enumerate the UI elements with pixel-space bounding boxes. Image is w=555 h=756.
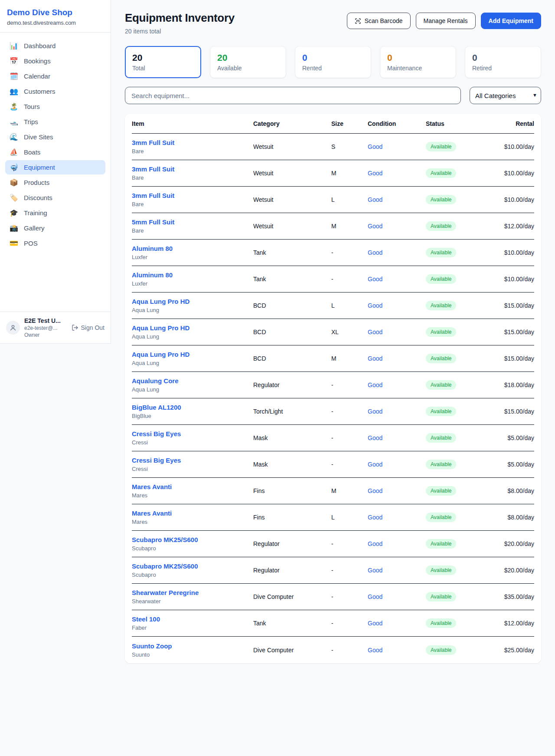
sidebar-item-label: Training <box>24 209 47 217</box>
sidebar-item-products[interactable]: 📦 Products <box>5 175 105 190</box>
item-name-link[interactable]: Mares Avanti <box>132 509 253 517</box>
item-condition-link[interactable]: Good <box>368 223 426 230</box>
sidebar-item-dive-sites[interactable]: 🌊 Dive Sites <box>5 130 105 144</box>
item-name-link[interactable]: Aqua Lung Pro HD <box>132 324 253 332</box>
status-badge: Available <box>426 248 456 257</box>
item-category: Fins <box>253 514 331 521</box>
sign-out-icon <box>72 324 78 331</box>
sign-out-label: Sign Out <box>81 324 104 331</box>
sidebar-item-calendar[interactable]: 🗓️ Calendar <box>5 69 105 83</box>
item-condition-link[interactable]: Good <box>368 593 426 600</box>
stats-row: 20 Total 20 Available 0 Rented 0 Mainten… <box>125 46 541 78</box>
item-condition-link[interactable]: Good <box>368 514 426 521</box>
item-size: L <box>331 196 368 203</box>
item-name-link[interactable]: 3mm Full Suit <box>132 192 253 199</box>
item-size: - <box>331 381 368 388</box>
shop-name[interactable]: Demo Dive Shop <box>7 8 104 17</box>
item-name-link[interactable]: Aluminum 80 <box>132 271 253 279</box>
add-equipment-button[interactable]: Add Equipment <box>481 13 541 29</box>
col-header-status: Status <box>426 120 500 127</box>
table-row: Scubapro MK25/S600 Scubapro Regulator - … <box>132 557 534 584</box>
item-condition-link[interactable]: Good <box>368 567 426 574</box>
category-select[interactable]: All Categories <box>470 87 541 104</box>
sidebar-item-label: Boats <box>24 148 40 156</box>
sidebar-item-training[interactable]: 🎓 Training <box>5 206 105 220</box>
item-brand: Bare <box>132 201 253 207</box>
status-badge: Available <box>426 327 456 337</box>
item-name-link[interactable]: BigBlue AL1200 <box>132 404 253 411</box>
item-condition-link[interactable]: Good <box>368 355 426 362</box>
item-condition-link[interactable]: Good <box>368 302 426 309</box>
item-size: - <box>331 461 368 468</box>
item-condition-link[interactable]: Good <box>368 487 426 494</box>
item-condition-link[interactable]: Good <box>368 143 426 150</box>
status-badge: Available <box>426 142 456 151</box>
item-name-link[interactable]: Suunto Zoop <box>132 642 253 650</box>
item-category: Regulator <box>253 540 331 547</box>
sidebar-item-gallery[interactable]: 📸 Gallery <box>5 221 105 235</box>
stat-value: 0 <box>387 53 449 63</box>
sidebar-item-label: Discounts <box>24 194 52 201</box>
item-name-link[interactable]: Scubapro MK25/S600 <box>132 562 253 570</box>
table-row: Cressi Big Eyes Cressi Mask - Good Avail… <box>132 451 534 478</box>
sidebar-item-dashboard[interactable]: 📊 Dashboard <box>5 39 105 53</box>
item-condition-link[interactable]: Good <box>368 249 426 256</box>
item-name-link[interactable]: Cressi Big Eyes <box>132 430 253 437</box>
table-row: Shearwater Peregrine Shearwater Dive Com… <box>132 584 534 610</box>
sidebar-item-trips[interactable]: 🛥️ Trips <box>5 115 105 129</box>
stat-label: Available <box>217 65 279 72</box>
stat-card-available[interactable]: 20 Available <box>210 46 286 78</box>
sidebar-item-tours[interactable]: 🏝️ Tours <box>5 99 105 114</box>
item-size: - <box>331 408 368 415</box>
item-condition-link[interactable]: Good <box>368 434 426 441</box>
sidebar-item-discounts[interactable]: 🏷️ Discounts <box>5 191 105 205</box>
item-condition-link[interactable]: Good <box>368 620 426 627</box>
status-badge: Available <box>426 486 456 496</box>
item-category: Regulator <box>253 567 331 574</box>
item-name-link[interactable]: Aqua Lung Pro HD <box>132 351 253 358</box>
stat-card-rented[interactable]: 0 Rented <box>295 46 371 78</box>
sidebar-item-customers[interactable]: 👥 Customers <box>5 84 105 99</box>
sidebar-item-label: Products <box>24 179 49 186</box>
item-name-link[interactable]: Aqua Lung Pro HD <box>132 298 253 305</box>
item-name-link[interactable]: Scubapro MK25/S600 <box>132 536 253 543</box>
scan-barcode-button[interactable]: Scan Barcode <box>347 13 411 29</box>
item-condition-link[interactable]: Good <box>368 408 426 415</box>
search-input[interactable] <box>125 87 461 104</box>
item-name-link[interactable]: Shearwater Peregrine <box>132 589 253 596</box>
item-name-link[interactable]: Aqualung Core <box>132 377 253 385</box>
item-name-link[interactable]: 5mm Full Suit <box>132 218 253 226</box>
stat-card-retired[interactable]: 0 Retired <box>465 46 541 78</box>
manage-rentals-button[interactable]: Manage Rentals <box>416 13 476 29</box>
item-condition-link[interactable]: Good <box>368 196 426 203</box>
item-condition-link[interactable]: Good <box>368 461 426 468</box>
sign-out-button[interactable]: Sign Out <box>72 324 104 331</box>
item-condition-link[interactable]: Good <box>368 170 426 177</box>
stat-card-maintenance[interactable]: 0 Maintenance <box>380 46 456 78</box>
item-brand: Cressi <box>132 439 253 446</box>
item-name-link[interactable]: 3mm Full Suit <box>132 139 253 146</box>
sidebar-item-label: Calendar <box>24 72 50 80</box>
item-name-link[interactable]: 3mm Full Suit <box>132 165 253 173</box>
col-header-category: Category <box>253 120 331 127</box>
stat-card-total[interactable]: 20 Total <box>125 46 201 78</box>
sidebar-item-label: Dive Sites <box>24 133 53 141</box>
item-condition-link[interactable]: Good <box>368 647 426 654</box>
equipment-table: ItemCategorySizeConditionStatusRental 3m… <box>125 114 541 663</box>
item-name-link[interactable]: Cressi Big Eyes <box>132 457 253 464</box>
item-name-link[interactable]: Mares Avanti <box>132 483 253 490</box>
sidebar-item-boats[interactable]: ⛵ Boats <box>5 145 105 159</box>
item-condition-link[interactable]: Good <box>368 540 426 547</box>
item-condition-link[interactable]: Good <box>368 329 426 335</box>
status-badge: Available <box>426 460 456 469</box>
header-actions: Scan Barcode Manage Rentals Add Equipmen… <box>347 13 541 29</box>
sidebar-item-bookings[interactable]: 📅 Bookings <box>5 54 105 68</box>
sidebar-item-equipment[interactable]: 🤿 Equipment <box>5 160 105 174</box>
manage-rentals-label: Manage Rentals <box>424 17 468 24</box>
gallery-icon: 📸 <box>10 225 18 232</box>
sidebar-item-pos[interactable]: 💳 POS <box>5 236 105 250</box>
item-condition-link[interactable]: Good <box>368 276 426 283</box>
item-name-link[interactable]: Aluminum 80 <box>132 245 253 252</box>
item-condition-link[interactable]: Good <box>368 381 426 388</box>
item-name-link[interactable]: Steel 100 <box>132 615 253 623</box>
